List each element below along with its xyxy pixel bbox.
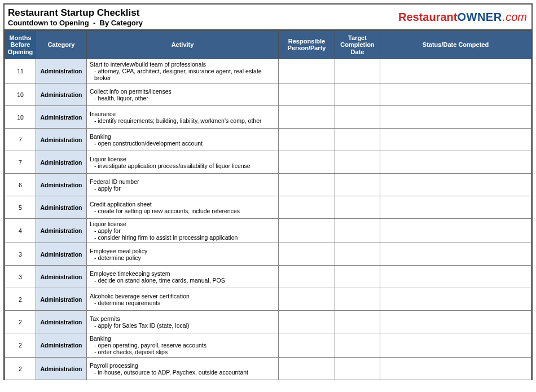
cell-activity: Employee meal policy- determine policy <box>87 243 279 266</box>
cell-category: Administration <box>36 311 87 333</box>
cell-target-date <box>335 311 380 333</box>
cell-target-date <box>335 358 380 380</box>
cell-status <box>380 288 531 311</box>
cell-status <box>380 196 531 219</box>
cell-responsible <box>279 129 335 151</box>
table-row: 10AdministrationCollect info on permits/… <box>5 83 531 106</box>
logo-part-1: Restaurant <box>398 11 457 23</box>
col-header-months: Months Before Opening <box>5 30 36 59</box>
cell-category: Administration <box>36 266 87 288</box>
cell-status <box>380 333 531 358</box>
table-row: 7AdministrationLiquor license- investiga… <box>5 151 531 174</box>
cell-target-date <box>335 219 380 243</box>
cell-months: 11 <box>5 59 36 83</box>
activity-title: Federal ID number <box>90 178 275 185</box>
logo-part-2: OWNER <box>457 11 502 23</box>
cell-status <box>380 151 531 174</box>
brand-logo: RestaurantOWNER.com <box>398 11 527 24</box>
activity-detail: - attorney, CPA, architect, designer, in… <box>90 68 275 81</box>
document-page: Restaurant Startup Checklist Countdown t… <box>3 3 533 380</box>
cell-activity: Banking- open operating, payroll, reserv… <box>87 333 279 358</box>
activity-detail: - create for setting up new accounts, in… <box>90 208 275 214</box>
cell-activity: Collect info on permits/licenses- health… <box>87 83 279 106</box>
cell-months: 2 <box>5 333 36 358</box>
table-header: Months Before Opening Category Activity … <box>5 30 531 59</box>
cell-target-date <box>335 59 380 83</box>
cell-months: 2 <box>5 358 36 380</box>
activity-title: Payroll processing <box>90 362 275 369</box>
cell-months: 10 <box>5 83 36 106</box>
activity-title: Insurance <box>90 111 275 117</box>
activity-detail: - decide on stand alone, time cards, man… <box>90 277 275 284</box>
cell-months: 6 <box>5 174 36 196</box>
cell-target-date <box>335 288 380 311</box>
activity-detail: - determine policy <box>90 254 275 261</box>
table-row: 3AdministrationEmployee meal policy- det… <box>5 243 531 266</box>
cell-responsible <box>279 83 335 106</box>
activity-title: Liquor license <box>90 156 275 162</box>
cell-status <box>380 106 531 129</box>
activity-title: Banking <box>90 133 275 140</box>
activity-detail: - order checks, deposit slips <box>90 349 275 355</box>
cell-activity: Payroll processing- in-house, outsource … <box>87 358 279 380</box>
cell-target-date <box>335 106 380 129</box>
cell-category: Administration <box>36 174 87 196</box>
cell-target-date <box>335 174 380 196</box>
subtitle-right: By Category <box>100 19 143 27</box>
cell-months: 7 <box>5 129 36 151</box>
cell-activity: Tax permits- apply for Sales Tax ID (sta… <box>87 311 279 333</box>
activity-detail: - apply for <box>90 185 275 192</box>
activity-detail: - health, liquor, other <box>90 95 275 102</box>
table-row: 5AdministrationCredit application sheet-… <box>5 196 531 219</box>
cell-months: 4 <box>5 219 36 243</box>
cell-category: Administration <box>36 129 87 151</box>
cell-responsible <box>279 59 335 83</box>
activity-title: Tax permits <box>90 315 275 322</box>
cell-months: 3 <box>5 243 36 266</box>
table-row: 4AdministrationLiquor license- apply for… <box>5 219 531 243</box>
cell-category: Administration <box>36 151 87 174</box>
cell-activity: Federal ID number- apply for <box>87 174 279 196</box>
col-header-status: Status/Date Competed <box>380 30 531 59</box>
cell-category: Administration <box>36 333 87 358</box>
cell-responsible <box>279 358 335 380</box>
activity-detail: - investigate application process/availa… <box>90 162 275 169</box>
cell-category: Administration <box>36 59 87 83</box>
cell-responsible <box>279 174 335 196</box>
cell-category: Administration <box>36 196 87 219</box>
page-subtitle: Countdown to Opening - By Category <box>8 19 143 28</box>
cell-responsible <box>279 219 335 243</box>
activity-detail: - identify requirements; building, liabi… <box>90 117 275 124</box>
activity-detail: - determine requirements <box>90 299 275 306</box>
cell-months: 5 <box>5 196 36 219</box>
activity-title: Liquor license <box>90 221 275 227</box>
cell-status <box>380 266 531 288</box>
cell-responsible <box>279 243 335 266</box>
table-row: 11AdministrationStart to interview/build… <box>5 59 531 83</box>
cell-status <box>380 174 531 196</box>
cell-status <box>380 83 531 106</box>
subtitle-left: Countdown to Opening <box>8 19 89 27</box>
activity-detail: - apply for Sales Tax ID (state, local) <box>90 322 275 329</box>
cell-activity: Liquor license- investigate application … <box>87 151 279 174</box>
activity-title: Employee meal policy <box>90 248 275 254</box>
cell-category: Administration <box>36 83 87 106</box>
title-block: Restaurant Startup Checklist Countdown t… <box>8 7 143 28</box>
table-row: 3AdministrationEmployee timekeeping syst… <box>5 266 531 288</box>
table-row: 10AdministrationInsurance- identify requ… <box>5 106 531 129</box>
activity-detail: - consider hiring firm to assist in proc… <box>90 234 275 241</box>
cell-category: Administration <box>36 358 87 380</box>
activity-title: Alcoholic beverage server certification <box>90 293 275 299</box>
cell-status <box>380 358 531 380</box>
cell-status <box>380 311 531 333</box>
table-row: 2AdministrationAlcoholic beverage server… <box>5 288 531 311</box>
table-row: 7AdministrationBanking- open constructio… <box>5 129 531 151</box>
cell-category: Administration <box>36 288 87 311</box>
cell-status <box>380 219 531 243</box>
cell-category: Administration <box>36 106 87 129</box>
activity-detail: - open operating, payroll, reserve accou… <box>90 342 275 349</box>
activity-detail: - in-house, outsource to ADP, Paychex, o… <box>90 369 275 376</box>
activity-detail: - open construction/development account <box>90 140 275 147</box>
activity-detail: - apply for <box>90 227 275 234</box>
cell-activity: Liquor license- apply for- consider hiri… <box>87 219 279 243</box>
